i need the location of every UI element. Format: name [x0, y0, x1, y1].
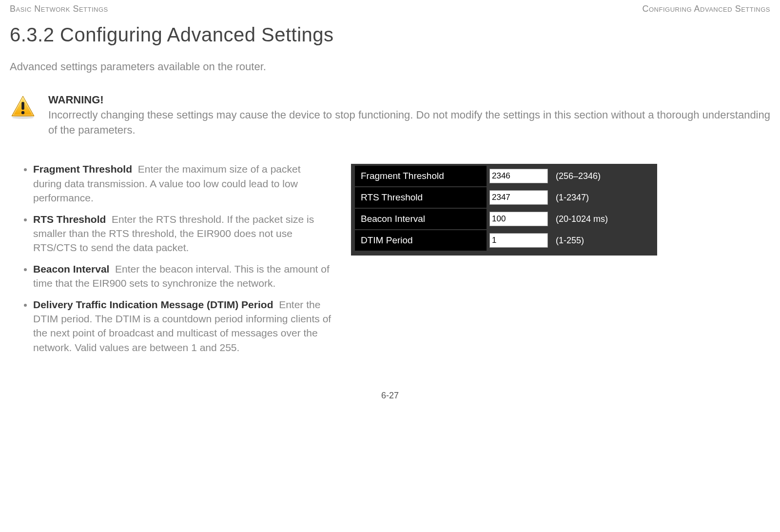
settings-row-fragment-threshold: Fragment Threshold (256–2346) [355, 166, 653, 186]
list-item: RTS Threshold Enter the RTS threshold. I… [33, 212, 332, 255]
settings-row-dtim-period: DTIM Period (1-255) [355, 230, 653, 251]
rts-threshold-input[interactable] [489, 190, 548, 205]
fragment-threshold-input[interactable] [489, 169, 548, 183]
section-title: 6.3.2 Configuring Advanced Settings [10, 24, 770, 46]
settings-hint: (1-2347) [556, 193, 589, 203]
list-item: Beacon Interval Enter the beacon interva… [33, 262, 332, 291]
list-item: Delivery Traffic Indication Message (DTI… [33, 297, 332, 355]
intro-text: Advanced settings parameters available o… [10, 60, 770, 73]
svg-rect-1 [21, 102, 24, 110]
header-right: Configuring Advanced Settings [642, 4, 770, 14]
svg-point-2 [21, 111, 24, 114]
settings-hint: (256–2346) [556, 171, 601, 181]
settings-panel: Fragment Threshold (256–2346) RTS Thresh… [351, 164, 657, 256]
list-item: Fragment Threshold Enter the maximum siz… [33, 162, 332, 205]
settings-label: RTS Threshold [355, 187, 487, 208]
settings-row-beacon-interval: Beacon Interval (20-1024 ms) [355, 209, 653, 229]
svg-point-0 [12, 116, 34, 119]
beacon-interval-input[interactable] [489, 212, 548, 226]
settings-label: Fragment Threshold [355, 166, 487, 186]
bullet-list: Fragment Threshold Enter the maximum siz… [10, 162, 332, 361]
page-number: 6-27 [10, 391, 770, 401]
header-left: Basic Network Settings [10, 4, 108, 14]
settings-hint: (1-255) [556, 236, 584, 246]
warning-body: Incorrectly changing these settings may … [48, 109, 770, 136]
settings-label: DTIM Period [355, 230, 487, 251]
warning-title: WARNING! [48, 94, 104, 106]
warning-block: WARNING! Incorrectly changing these sett… [10, 93, 770, 138]
settings-label: Beacon Interval [355, 209, 487, 229]
warning-icon [10, 95, 36, 121]
warning-text: WARNING! Incorrectly changing these sett… [48, 93, 770, 138]
term: Delivery Traffic Indication Message (DTI… [33, 299, 273, 310]
term: Fragment Threshold [33, 163, 132, 175]
settings-hint: (20-1024 ms) [556, 214, 608, 224]
term: RTS Threshold [33, 214, 106, 225]
term: Beacon Interval [33, 263, 109, 275]
dtim-period-input[interactable] [489, 233, 548, 248]
settings-row-rts-threshold: RTS Threshold (1-2347) [355, 187, 653, 208]
